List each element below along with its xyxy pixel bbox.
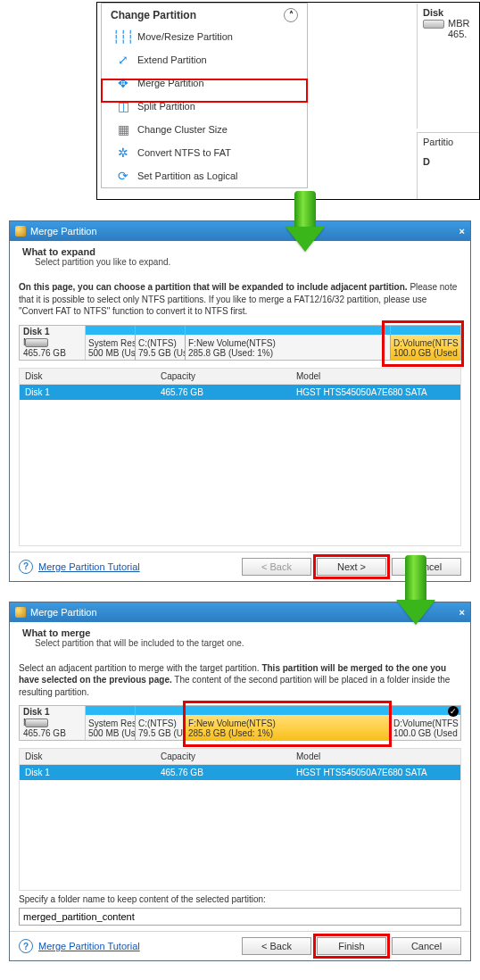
menu-item-label: Convert NTFS to FAT <box>137 147 231 158</box>
menu-item-convert[interactable]: ✲ Convert NTFS to FAT <box>102 141 307 164</box>
close-icon[interactable]: × <box>459 226 465 237</box>
collapse-icon[interactable]: ˄ <box>284 8 298 22</box>
col-disk: Disk <box>20 369 155 384</box>
disk-table: Disk Capacity Model Disk 1 465.76 GB HGS… <box>19 748 461 891</box>
extend-icon: ⤢ <box>116 53 130 67</box>
menu-item-label: Move/Resize Partition <box>137 31 233 42</box>
folder-name-input[interactable] <box>19 908 461 926</box>
partition-seg-c[interactable]: C:(NTFS) 79.5 GB (Us <box>136 326 186 360</box>
close-icon[interactable]: × <box>459 607 465 618</box>
menu-item-move-resize[interactable]: ┆┆┆ Move/Resize Partition <box>102 25 307 48</box>
disk-size: 465.76 GB <box>23 348 81 359</box>
body-text: On this page, you can choose a partition… <box>19 281 461 318</box>
menu-item-label: Merge Partition <box>137 78 204 88</box>
col-capacity: Capacity <box>155 749 291 764</box>
disk-bar: Disk 1 MBR 465.76 GB System Res 500 MB (… <box>19 705 461 741</box>
merge-icon: ✥ <box>116 76 130 90</box>
disk-icon <box>423 20 444 29</box>
partition-seg-d[interactable]: ✓ D:Volume(NTFS 100.0 GB (Used <box>391 706 460 740</box>
folder-label: Specify a folder name to keep content of… <box>19 894 461 904</box>
app-icon <box>15 226 26 237</box>
sliders-icon: ┆┆┆ <box>116 29 130 44</box>
body-text: Select an adjacent partition to merge wi… <box>19 662 461 699</box>
partition-seg-d[interactable]: D:Volume(NTFS 100.0 GB (Used <box>391 326 460 360</box>
step-arrow-icon <box>396 555 435 625</box>
disk-size: 465.76 GB <box>23 728 81 739</box>
dialog-title: Merge Partition <box>30 226 97 237</box>
help-link[interactable]: Merge Partition Tutorial <box>38 941 140 951</box>
col-capacity: Capacity <box>155 369 291 384</box>
disk-name: Disk 1 <box>23 327 49 336</box>
menu-item-split[interactable]: ◫ Split Partition <box>102 95 307 118</box>
help-icon[interactable]: ? <box>19 560 33 574</box>
partition-info-panel: Partitio D <box>417 132 479 200</box>
help-link[interactable]: Merge Partition Tutorial <box>38 561 140 572</box>
table-row[interactable]: Disk 1 465.76 GB HGST HTS545050A7E680 SA… <box>20 385 460 400</box>
col-model: Model <box>291 369 460 384</box>
partition-seg-system[interactable]: System Res 500 MB (Us <box>86 326 136 360</box>
disk-scheme: MBR <box>448 18 469 29</box>
back-button: < Back <box>242 558 311 576</box>
partition-seg-f[interactable]: F:New Volume(NTFS) 285.8 GB (Used: 1%) <box>186 706 391 740</box>
split-icon: ◫ <box>116 99 130 113</box>
back-button[interactable]: < Back <box>242 937 311 955</box>
menu-item-label: Set Partition as Logical <box>137 170 238 181</box>
disk-bar: Disk 1 MBR 465.76 GB System Res 500 MB (… <box>19 325 461 361</box>
finish-button[interactable]: Finish <box>317 937 386 955</box>
check-icon: ✓ <box>448 706 459 717</box>
disk-table: Disk Capacity Model Disk 1 465.76 GB HGS… <box>19 368 461 546</box>
table-row[interactable]: Disk 1 465.76 GB HGST HTS545050A7E680 SA… <box>20 765 460 780</box>
step-arrow-icon <box>286 191 325 252</box>
col-disk: Disk <box>20 749 155 764</box>
partition-seg-f[interactable]: F:New Volume(NTFS) 285.8 GB (Used: 1%) <box>186 326 391 360</box>
context-menu: Change Partition ˄ ┆┆┆ Move/Resize Parti… <box>101 3 308 188</box>
col-model: Model <box>291 749 460 764</box>
cluster-icon: ▦ <box>116 122 130 137</box>
disk-info-panel: Disk MBR 465. <box>417 4 479 129</box>
disk-icon <box>25 718 48 727</box>
partition-letter: D <box>423 156 430 167</box>
partition-seg-c[interactable]: C:(NTFS) 79.5 GB (Us <box>136 706 186 740</box>
partition-label: Partitio <box>423 137 479 147</box>
disk-name: Disk 1 <box>23 707 49 717</box>
menu-item-extend[interactable]: ⤢ Extend Partition <box>102 48 307 71</box>
logical-icon: ⟳ <box>116 169 130 183</box>
merge-dialog-step2: Merge Partition × What to merge Select p… <box>9 602 471 962</box>
dialog-title: Merge Partition <box>30 607 97 618</box>
disk-icon <box>25 338 48 347</box>
menu-item-label: Extend Partition <box>137 54 207 65</box>
context-menu-title: Change Partition <box>111 9 196 21</box>
menu-item-label: Change Cluster Size <box>137 124 228 135</box>
sub-title: What to merge <box>22 627 458 638</box>
help-icon[interactable]: ? <box>19 939 33 953</box>
disk-label: Disk <box>423 7 443 18</box>
menu-item-cluster[interactable]: ▦ Change Cluster Size <box>102 118 307 141</box>
titlebar: Merge Partition × <box>10 221 470 241</box>
menu-item-merge[interactable]: ✥ Merge Partition <box>102 71 307 95</box>
sub-title: What to expand <box>22 246 458 257</box>
partition-seg-system[interactable]: System Res 500 MB (Us <box>86 706 136 740</box>
convert-icon: ✲ <box>116 145 130 160</box>
disk-size: 465. <box>423 29 479 39</box>
next-button[interactable]: Next > <box>317 558 386 576</box>
sub-desc: Select partition that will be included t… <box>22 638 458 648</box>
sub-desc: Select partition you like to expand. <box>22 257 458 267</box>
merge-dialog-step1: Merge Partition × What to expand Select … <box>9 220 471 582</box>
cancel-button[interactable]: Cancel <box>392 937 461 955</box>
app-icon <box>15 607 26 618</box>
context-menu-panel: Change Partition ˄ ┆┆┆ Move/Resize Parti… <box>96 2 480 200</box>
menu-item-label: Split Partition <box>137 101 195 112</box>
menu-item-logical[interactable]: ⟳ Set Partition as Logical <box>102 164 307 187</box>
